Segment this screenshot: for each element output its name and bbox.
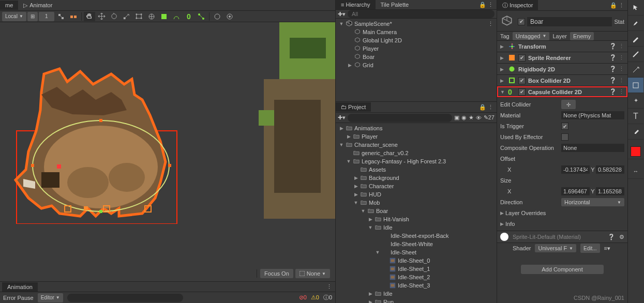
menu-icon[interactable]: ⋮ bbox=[619, 77, 624, 84]
edit-collider-button[interactable]: ✢ bbox=[561, 100, 576, 109]
component-header[interactable]: ▶ ✔ Box Collider 2D ❔⋮ bbox=[497, 75, 627, 86]
focus-target-dropdown[interactable]: None▼ bbox=[295, 269, 330, 278]
layer-dropdown[interactable]: Enemy bbox=[570, 32, 594, 40]
project-item[interactable]: Idle-Sheet-export-Back bbox=[336, 232, 497, 240]
component-header[interactable]: ▶ Rigidbody 2D ❔⋮ bbox=[497, 64, 627, 74]
rect-sel-tool-icon[interactable] bbox=[628, 78, 643, 93]
component-header[interactable]: ▶ ✔ Sprite Renderer ❔⋮ bbox=[497, 52, 627, 63]
project-item[interactable]: ▼Mob bbox=[336, 199, 497, 207]
tag-dropdown[interactable]: Untagged▼ bbox=[513, 32, 550, 40]
size-y-input[interactable] bbox=[596, 187, 624, 195]
component-header[interactable]: ▼ 0 ✔ Capsule Collider 2D ❔⋮ bbox=[497, 86, 627, 97]
material-help-icon[interactable]: ❔ bbox=[608, 234, 615, 240]
project-item[interactable]: Assets bbox=[336, 165, 497, 174]
eyedrop-tool-icon[interactable] bbox=[628, 124, 643, 140]
hierarchy-item[interactable]: Main Camera bbox=[336, 28, 497, 36]
component-enabled-checkbox[interactable]: ✔ bbox=[518, 54, 526, 62]
line2-tool-icon[interactable] bbox=[628, 62, 643, 78]
transform-tool-icon[interactable] bbox=[146, 12, 157, 21]
inspector-tab[interactable]: ⓘ Inspector bbox=[497, 0, 538, 11]
scene-tab[interactable]: me bbox=[0, 1, 18, 10]
tool-circle2-icon[interactable] bbox=[224, 12, 235, 21]
project-search-input[interactable] bbox=[348, 114, 452, 122]
project-filter2-icon[interactable]: ◉ bbox=[461, 114, 467, 121]
rect-tool-icon[interactable] bbox=[133, 12, 145, 21]
project-item[interactable]: ▼Character_scene bbox=[336, 141, 497, 149]
project-more-icon[interactable]: 🔒 ⋮ bbox=[479, 104, 497, 111]
hierarchy-item[interactable]: Boar bbox=[336, 53, 497, 61]
help-icon[interactable]: ❔ bbox=[609, 66, 617, 72]
focus-on-button[interactable]: Focus On bbox=[260, 269, 293, 278]
project-item[interactable]: ▼Legacy-Fantasy - High Forest 2.3 bbox=[336, 157, 497, 165]
project-item[interactable]: Idle-Sheet_2 bbox=[336, 273, 497, 281]
console-warn-icon[interactable]: ⚠0 bbox=[311, 294, 319, 301]
editor-dropdown[interactable]: Editor▼ bbox=[38, 293, 63, 302]
layer-overrides-label[interactable]: Layer Overrides bbox=[505, 210, 546, 216]
hierarchy-item[interactable]: Player bbox=[336, 44, 497, 53]
composite-dropdown[interactable]: None bbox=[561, 144, 624, 152]
menu-icon[interactable]: ⋮ bbox=[619, 43, 624, 50]
sparkle-tool-icon[interactable]: ✦ bbox=[628, 93, 643, 109]
material-header[interactable]: Sprite-Lit-Default (Material) ❔ ⚙ bbox=[497, 231, 627, 243]
menu-icon[interactable]: ⋮ bbox=[619, 54, 624, 61]
expand-tool-icon[interactable]: ↔ bbox=[628, 163, 643, 179]
menu-icon[interactable]: ⋮ bbox=[619, 88, 624, 95]
material-field[interactable]: None (Physics Mat bbox=[561, 111, 624, 119]
project-item[interactable]: ▶Character bbox=[336, 182, 497, 190]
menu-icon[interactable]: ⋮ bbox=[619, 66, 624, 72]
project-item[interactable]: ▶Hit-Vanish bbox=[336, 215, 497, 223]
hand-tool-icon[interactable] bbox=[84, 12, 95, 21]
size-x-input[interactable] bbox=[561, 187, 590, 195]
project-item[interactable]: ▶Background bbox=[336, 174, 497, 182]
istrigger-checkbox[interactable]: ✔ bbox=[561, 123, 568, 130]
project-item[interactable]: generic_char_v0.2 bbox=[336, 149, 497, 157]
tool-a-icon[interactable] bbox=[171, 12, 182, 21]
shader-dropdown[interactable]: Universal F▼ bbox=[535, 244, 576, 252]
shader-edit-button[interactable]: Edit... bbox=[580, 244, 600, 253]
project-item[interactable]: ▼Boar bbox=[336, 207, 497, 215]
snap-icon[interactable] bbox=[55, 12, 67, 21]
hierarchy-tab[interactable]: ≡ Hierarchy bbox=[336, 0, 376, 9]
project-item[interactable]: Idle-Sheet_3 bbox=[336, 281, 497, 290]
help-icon[interactable]: ❔ bbox=[609, 54, 617, 61]
tool-zero-icon[interactable]: 0 bbox=[183, 12, 194, 21]
scene-view[interactable]: Focus On None▼ bbox=[0, 22, 335, 281]
animation-tab[interactable]: Animation bbox=[2, 282, 38, 292]
tile-palette-tab[interactable]: Tile Palette bbox=[376, 0, 414, 9]
console-error-icon[interactable]: ⊘0 bbox=[299, 294, 307, 301]
project-item[interactable]: ▼Idle-Sheet bbox=[336, 248, 497, 256]
component-enabled-checkbox[interactable]: ✔ bbox=[518, 88, 526, 96]
pointer-tool-icon[interactable] bbox=[628, 0, 643, 16]
static-label[interactable]: Stat bbox=[614, 19, 624, 25]
boar-sprite[interactable] bbox=[10, 53, 186, 224]
brush-tool-icon[interactable] bbox=[628, 16, 643, 31]
hierarchy-tree[interactable]: ▼SampleScene*⋮Main CameraGlobal Light 2D… bbox=[336, 19, 497, 101]
inspector-more-icon[interactable]: 🔒 ⋮ bbox=[610, 2, 627, 9]
project-tree[interactable]: ▶Animations▶Player▼Character_scenegeneri… bbox=[336, 123, 497, 303]
console-info-icon[interactable]: ⓘ0 bbox=[323, 294, 332, 301]
text-tool-icon[interactable]: T bbox=[628, 109, 643, 124]
toolbar-num[interactable]: 1 bbox=[39, 12, 54, 21]
project-item[interactable]: Idle-Sheet_0 bbox=[336, 256, 497, 265]
error-pause-button[interactable]: Error Pause bbox=[3, 295, 34, 301]
project-item[interactable]: Idle-Sheet-White bbox=[336, 240, 497, 248]
project-tab[interactable]: 🗀 Project bbox=[336, 102, 371, 112]
project-item[interactable]: ▶Run bbox=[336, 298, 497, 303]
hierarchy-item[interactable]: Global Light 2D bbox=[336, 36, 497, 44]
scale-tool-icon[interactable] bbox=[121, 12, 132, 21]
pencil-tool-icon[interactable] bbox=[628, 31, 643, 47]
animation-search-input[interactable] bbox=[67, 294, 183, 302]
hierarchy-item[interactable]: ▶Grid bbox=[336, 61, 497, 69]
project-item[interactable]: ▼Idle bbox=[336, 223, 497, 232]
info-label[interactable]: Info bbox=[505, 221, 515, 227]
direction-dropdown[interactable]: Horizontal▼ bbox=[561, 198, 624, 206]
rotate-tool-icon[interactable] bbox=[109, 12, 120, 21]
project-item[interactable]: ▶Idle bbox=[336, 290, 497, 298]
move-tool-icon[interactable] bbox=[96, 12, 108, 21]
toolbar-grid-icon[interactable]: ⊞ bbox=[27, 12, 38, 21]
tool-joints-icon[interactable] bbox=[196, 12, 207, 21]
snap2-icon[interactable] bbox=[68, 12, 79, 21]
project-visibility-icon[interactable]: 👁 bbox=[476, 115, 482, 121]
offset-x-input[interactable] bbox=[561, 165, 590, 174]
hierarchy-add-button[interactable]: ✚▾ bbox=[338, 11, 346, 18]
